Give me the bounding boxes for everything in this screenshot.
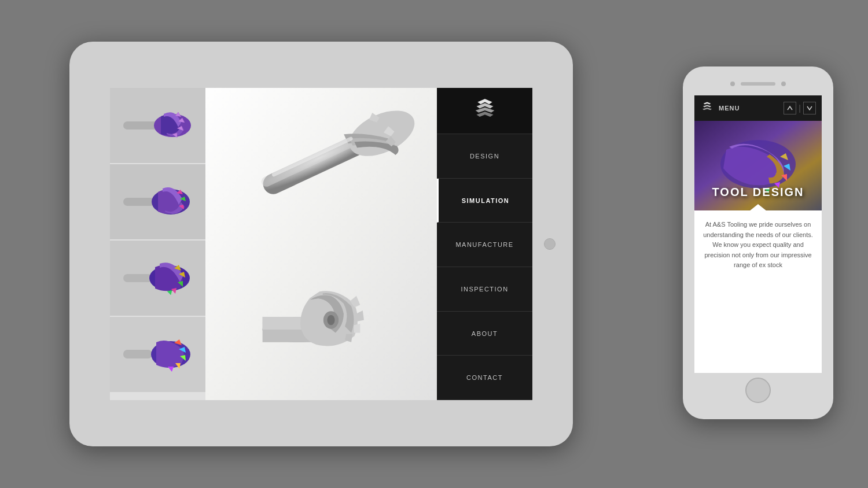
phone-nav-up[interactable]: [784, 102, 796, 114]
phone-home-button[interactable]: [745, 378, 771, 403]
phone-hero-triangle: [749, 204, 767, 210]
nav-manufacture-label: MANUFACTURE: [455, 241, 513, 248]
nav-design[interactable]: DESIGN: [437, 134, 532, 179]
phone-nav-down[interactable]: [803, 102, 816, 114]
tablet-device: DESIGN SIMULATION MANUFACTURE INSPECTION…: [69, 42, 573, 446]
phone-nav-bar: MENU |: [694, 95, 822, 121]
phone-content: At A&S Tooling we pride ourselves on und…: [694, 210, 822, 373]
nav-contact[interactable]: CONTACT: [437, 356, 532, 400]
svg-rect-6: [123, 350, 152, 358]
svg-rect-4: [123, 274, 152, 282]
svg-rect-0: [123, 121, 158, 130]
tablet-screen: DESIGN SIMULATION MANUFACTURE INSPECTION…: [110, 88, 532, 400]
svg-rect-2: [123, 198, 155, 206]
phone-camera-2: [781, 82, 786, 86]
thumbnail-column: [110, 88, 205, 400]
nav-logo: [437, 88, 532, 134]
nav-inspection[interactable]: INSPECTION: [437, 267, 532, 312]
phone-hero-image: TOOL DESIGN: [694, 121, 822, 210]
thumbnail-1[interactable]: [110, 88, 205, 163]
nav-design-label: DESIGN: [470, 153, 499, 160]
phone-speaker: [741, 82, 775, 86]
phone-screen: MENU |: [694, 95, 822, 373]
nav-about[interactable]: ABOUT: [437, 312, 532, 356]
nav-contact-label: CONTACT: [466, 374, 503, 381]
main-content-area: [205, 88, 437, 400]
nav-inspection-label: INSPECTION: [461, 286, 508, 293]
phone-nav-arrows: |: [784, 102, 816, 114]
thumbnail-3[interactable]: [110, 241, 205, 316]
nav-simulation-label: SIMULATION: [462, 197, 510, 204]
thumbnail-2[interactable]: [110, 164, 205, 239]
navigation-panel: DESIGN SIMULATION MANUFACTURE INSPECTION…: [437, 88, 532, 400]
nav-about-label: ABOUT: [472, 330, 498, 337]
phone-hero-title: TOOL DESIGN: [694, 186, 822, 199]
phone-top-bar: [683, 66, 833, 95]
tablet-home-button[interactable]: [544, 238, 556, 250]
phone-description: At A&S Tooling we pride ourselves on und…: [703, 220, 814, 271]
phone-nav-divider: |: [799, 103, 801, 113]
phone-camera: [730, 82, 735, 86]
thumbnail-4[interactable]: [110, 317, 205, 392]
nav-simulation[interactable]: SIMULATION: [437, 179, 532, 223]
svg-point-18: [327, 315, 334, 326]
phone-menu-label: MENU: [719, 105, 779, 112]
phone-device: MENU |: [683, 66, 833, 419]
nav-manufacture[interactable]: MANUFACTURE: [437, 223, 532, 267]
